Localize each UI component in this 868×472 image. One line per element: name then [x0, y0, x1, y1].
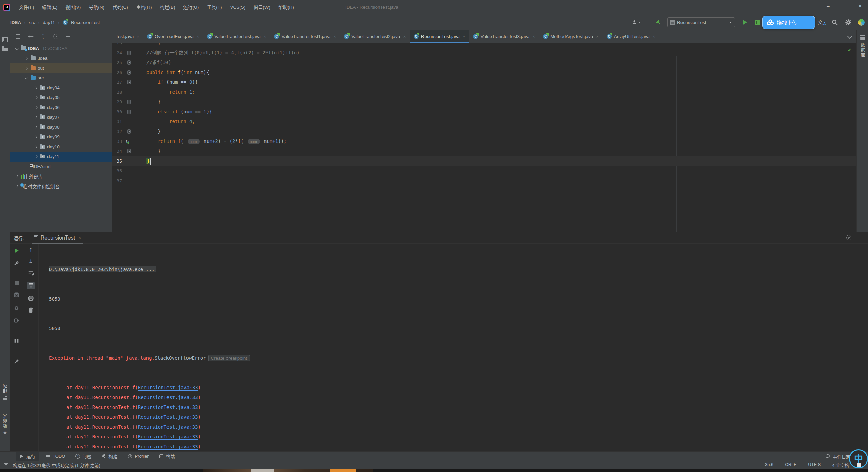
fold-down-icon[interactable] [127, 51, 131, 55]
tree-item-day07[interactable]: day07 [10, 112, 112, 122]
menu-item[interactable]: 构建(B) [156, 0, 179, 15]
breadcrumb-src[interactable]: src [29, 20, 35, 25]
tree-item-day08[interactable]: day08 [10, 122, 112, 132]
editor-line-27[interactable]: 27 if (num == 0){ [112, 77, 856, 87]
tree-root-row[interactable]: IDEAD:\CC\IDEA [10, 43, 112, 53]
restore-layout-icon[interactable] [14, 338, 19, 344]
breadcrumb-day11[interactable]: day11 [43, 20, 55, 25]
ime-indicator[interactable]: 中 [849, 449, 868, 468]
editor-tab[interactable]: CValueTransferTest1.java× [270, 30, 340, 43]
chevron-right-icon[interactable] [25, 67, 28, 70]
editor-line-26[interactable]: 26 public int f(int num){ [112, 68, 856, 77]
gitee-upload-button[interactable]: 拖拽上传 [762, 16, 815, 29]
editor-line-25[interactable]: 25 //求f(10) [112, 58, 856, 68]
tool-window-button-run[interactable]: 运行 [16, 452, 39, 461]
prev-occurrence-icon[interactable]: ↑ [28, 248, 33, 253]
fold-up-icon[interactable] [127, 129, 131, 134]
tree-item-临时文件和控制台[interactable]: 临时文件和控制台 [10, 181, 112, 191]
menu-item[interactable]: 视图(V) [61, 0, 85, 15]
chevron-right-icon[interactable] [34, 135, 37, 138]
tool-window-button-problems[interactable]: 问题 [72, 452, 95, 461]
plugin-sphere-button[interactable] [858, 15, 865, 30]
fold-down-icon[interactable] [127, 110, 131, 114]
console-settings-icon[interactable] [846, 235, 851, 240]
settings-button[interactable] [845, 15, 852, 30]
close-icon[interactable]: × [596, 34, 599, 39]
file-encoding[interactable]: UTF-8 [808, 462, 821, 468]
locate-file-icon[interactable] [28, 34, 33, 39]
chevron-down-icon[interactable] [25, 76, 28, 79]
tree-item-day06[interactable]: day06 [10, 102, 112, 112]
create-breakpoint-hint[interactable]: Create breakpoint [208, 355, 250, 361]
close-icon[interactable]: × [137, 34, 139, 39]
tree-item-day05[interactable]: day05 [10, 93, 112, 102]
breadcrumb-project[interactable]: IDEA [10, 20, 21, 25]
soft-wrap-icon[interactable] [28, 270, 34, 276]
editor-line-28[interactable]: 28 return 1; [112, 87, 856, 97]
restore-button[interactable] [836, 0, 852, 12]
run-configuration-select[interactable]: RecursionTest [667, 17, 735, 27]
breadcrumb-class[interactable]: RecursionTest [71, 20, 100, 25]
recursive-call-icon[interactable]: ↻ [126, 138, 129, 145]
menu-item[interactable]: 代码(C) [108, 0, 132, 15]
tree-item-day04[interactable]: day04 [10, 83, 112, 93]
tree-item-day11[interactable]: day11 [10, 152, 112, 162]
close-button[interactable]: × [852, 0, 868, 12]
build-button[interactable] [655, 15, 662, 30]
editor-line-23[interactable]: 23 } [112, 43, 856, 48]
chevron-right-icon[interactable] [34, 86, 37, 89]
rerun-icon[interactable] [15, 248, 19, 253]
editor-line-36[interactable]: 36 [112, 166, 856, 176]
fold-down-icon[interactable] [127, 70, 131, 75]
hidden-tabs-chevron-icon[interactable] [848, 35, 852, 38]
camera-icon[interactable] [14, 292, 19, 298]
menu-item[interactable]: 窗口(W) [250, 0, 274, 15]
event-log-button[interactable]: 事件日志 [825, 452, 850, 461]
stack-frame-link[interactable]: RecursionTest.java:33 [138, 424, 198, 430]
stop-icon[interactable] [15, 281, 19, 285]
chevron-right-icon[interactable] [15, 185, 18, 188]
stack-frame-link[interactable]: RecursionTest.java:33 [138, 404, 198, 410]
editor-tab[interactable]: Test.java× [112, 30, 143, 43]
tree-item-day09[interactable]: day09 [10, 132, 112, 142]
gear-icon[interactable] [53, 34, 58, 39]
editor-tab[interactable]: CRecursionTest.java× [410, 30, 470, 43]
editor-tab[interactable]: COverLoadExer.java× [143, 30, 203, 43]
menu-item[interactable]: 帮助(H) [274, 0, 298, 15]
editor-line-37[interactable]: 37 [112, 176, 856, 186]
editor-line-32[interactable]: 32 } [112, 127, 856, 136]
project-stripe-icon[interactable] [2, 37, 8, 42]
next-occurrence-icon[interactable]: ↓ [28, 259, 33, 264]
structure-tool-button[interactable]: 结构 [0, 384, 10, 400]
minimize-button[interactable]: – [820, 0, 836, 12]
menu-item[interactable]: 重构(R) [132, 0, 156, 15]
tree-item-外部库[interactable]: 外部库 [10, 171, 112, 181]
editor-tab[interactable]: CMethodArgsTest.java× [539, 30, 603, 43]
editor-line-35[interactable]: 35 } [112, 156, 856, 166]
pin-icon[interactable] [14, 358, 19, 364]
fold-up-icon[interactable] [127, 100, 131, 104]
run-button[interactable] [743, 15, 747, 30]
editor-line-30[interactable]: 30 else if (num == 1){ [112, 107, 856, 117]
close-icon[interactable]: × [653, 34, 655, 39]
editor-tab[interactable]: CValueTransferTest2.java× [340, 30, 410, 43]
chevron-right-icon[interactable] [34, 126, 37, 129]
stack-frame-link[interactable]: RecursionTest.java:33 [138, 434, 198, 439]
line-separator[interactable]: CRLF [785, 462, 796, 468]
chevron-down-icon[interactable] [15, 47, 18, 50]
wrench-icon[interactable] [14, 260, 19, 266]
fold-up-icon[interactable] [127, 60, 131, 65]
fold-down-icon[interactable] [127, 80, 131, 84]
user-account-button[interactable] [631, 15, 641, 30]
editor-tab[interactable]: CArrayUtilTest.java× [603, 30, 659, 43]
fold-up-icon[interactable] [127, 149, 131, 153]
console-output[interactable]: D:\Java\jdk1.8.0_202\bin\java.exe ... 50… [39, 244, 868, 451]
close-icon[interactable]: × [334, 34, 336, 39]
editor-line-33[interactable]: 33↻ return f( num: num+2) - (2*f( num: n… [112, 136, 856, 146]
close-icon[interactable]: × [403, 34, 406, 39]
close-icon[interactable]: × [197, 34, 199, 39]
tool-window-button-terminal[interactable]: 终端 [155, 452, 179, 461]
exception-class-link[interactable]: StackOverflowError [155, 355, 206, 361]
database-label[interactable]: 数据库 [859, 43, 866, 58]
stack-frame-link[interactable]: RecursionTest.java:33 [138, 414, 198, 420]
